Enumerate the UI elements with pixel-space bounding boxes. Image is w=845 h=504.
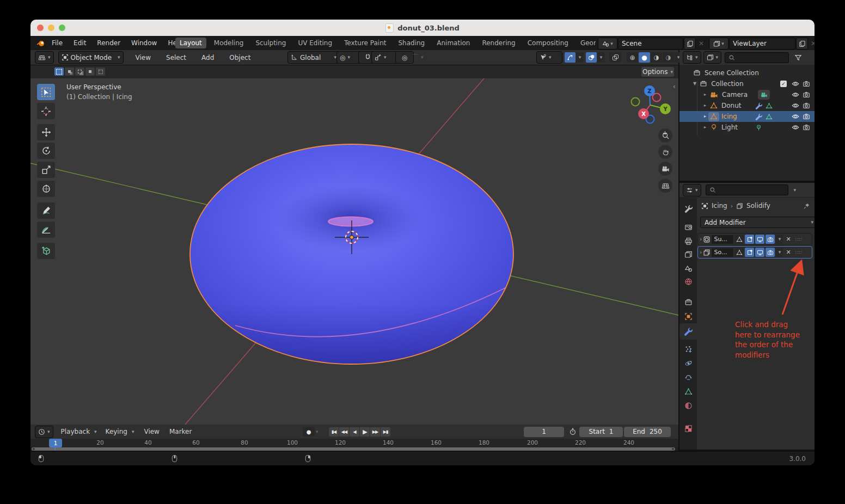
play-reverse-button[interactable]: ◀ — [350, 427, 359, 437]
expand-caret-icon[interactable]: ▸ — [704, 114, 706, 119]
menu-select[interactable]: Select — [164, 53, 188, 63]
expand-caret-icon[interactable]: ▸ — [704, 93, 706, 97]
close-window-button[interactable] — [37, 24, 44, 31]
tool-move[interactable] — [37, 124, 55, 140]
minimize-window-button[interactable] — [48, 24, 54, 31]
tab-collection[interactable] — [679, 295, 697, 309]
modifier-name-field[interactable]: So... — [712, 248, 733, 257]
light-data-icon[interactable] — [755, 124, 762, 131]
show-in-editmode-toggle[interactable] — [745, 235, 754, 244]
outliner-display-mode[interactable]: ▾ — [703, 51, 722, 64]
auto-keying-toggle[interactable]: ● — [303, 427, 315, 437]
tool-select-box[interactable] — [37, 84, 55, 100]
modifier-name-field[interactable]: Su... — [712, 235, 733, 244]
tab-output[interactable] — [679, 234, 697, 248]
tool-transform[interactable] — [37, 181, 55, 197]
viewport-perspective-toggle-button[interactable] — [658, 179, 672, 193]
frame-start-field[interactable]: Start1 — [579, 427, 623, 437]
navigation-gizmo[interactable]: Z Y X — [628, 83, 672, 127]
breadcrumb-object[interactable]: Icing — [712, 202, 727, 210]
editor-type-selector[interactable]: ▾ — [35, 51, 54, 64]
menu-edit[interactable]: Edit — [71, 38, 88, 48]
delete-modifier-button[interactable]: ✕ — [786, 236, 791, 243]
expand-caret-icon[interactable]: ▸ — [704, 125, 706, 130]
tab-particles[interactable] — [679, 342, 697, 356]
gizmos-toggle[interactable] — [565, 52, 575, 63]
expand-caret-icon[interactable]: ▸ — [704, 103, 706, 108]
menu-timeline-view[interactable]: View — [142, 427, 161, 437]
proportional-falloff-dropdown[interactable]: ⌒▾ — [409, 52, 433, 63]
menu-object[interactable]: Object — [227, 53, 253, 63]
tab-layout[interactable]: Layout — [175, 38, 206, 48]
tab-geometry-nodes[interactable]: Geometry Nodes — [576, 38, 596, 48]
menu-window[interactable]: Window — [129, 38, 159, 48]
scene-browse-button[interactable]: ▾ — [598, 38, 617, 50]
menu-file[interactable]: File — [50, 38, 65, 48]
tab-animation[interactable]: Animation — [432, 38, 474, 48]
tab-rendering[interactable]: Rendering — [477, 38, 519, 48]
sidebar-collapse-arrow[interactable]: ‹ — [673, 83, 676, 90]
current-frame-field[interactable]: 1 — [524, 427, 564, 437]
viewport-3d[interactable]: User Perspective (1) Collection | Icing … — [30, 78, 678, 425]
tab-object-data[interactable] — [679, 384, 697, 398]
shading-solid-button[interactable]: ● — [639, 52, 650, 63]
overlays-toggle[interactable] — [586, 52, 597, 63]
timeline-scrollbar[interactable] — [30, 447, 678, 451]
transform-orientation-dropdown[interactable]: Global▾ — [287, 51, 340, 64]
tab-texture-paint[interactable]: Texture Paint — [340, 38, 390, 48]
menu-view[interactable]: View — [133, 53, 153, 63]
hide-eye-icon[interactable] — [792, 124, 799, 131]
tool-annotate[interactable] — [37, 202, 55, 219]
hide-eye-icon[interactable] — [792, 91, 799, 99]
show-render-toggle[interactable] — [766, 235, 775, 244]
expand-modifier-icon[interactable]: › — [700, 249, 702, 255]
render-camera-icon[interactable] — [803, 102, 810, 109]
properties-editor-type[interactable]: ▾ — [683, 184, 701, 196]
tool-rotate[interactable] — [37, 143, 55, 159]
viewport-camera-view-button[interactable] — [658, 162, 672, 176]
tab-tool[interactable] — [679, 201, 697, 216]
outliner-filter-icon[interactable] — [794, 54, 802, 62]
render-camera-icon[interactable] — [803, 91, 810, 99]
menu-keying[interactable]: Keying — [103, 427, 130, 437]
axis-neg-x-ball[interactable] — [653, 94, 661, 102]
xray-toggle[interactable] — [609, 52, 621, 63]
snap-target-dropdown[interactable]: ▾ — [371, 51, 399, 64]
hide-eye-icon[interactable] — [792, 113, 799, 120]
options-dropdown[interactable]: Options▾ — [641, 67, 674, 77]
properties-search-input[interactable] — [706, 185, 788, 195]
new-view-layer-button[interactable] — [796, 38, 808, 50]
use-preview-range-toggle[interactable] — [567, 427, 578, 437]
menu-add[interactable]: Add — [199, 53, 216, 63]
outliner-search-input[interactable] — [725, 52, 789, 63]
add-modifier-dropdown[interactable]: Add Modifier ▾ — [700, 217, 815, 228]
tool-measure[interactable] — [37, 222, 55, 238]
modifier-row-subdivision[interactable]: › Su... ▾ ✕ ∷∷ — [697, 233, 812, 245]
previous-keyframe-button[interactable]: ◀◀ — [339, 427, 349, 437]
camera-data-badge[interactable] — [758, 90, 770, 100]
select-mode-intersect[interactable] — [96, 67, 105, 76]
tab-uv-editing[interactable]: UV Editing — [293, 38, 336, 48]
playhead[interactable]: 1 — [49, 439, 62, 447]
overlays-dropdown[interactable]: ▾ — [597, 52, 605, 63]
tab-shading[interactable]: Shading — [394, 38, 429, 48]
tab-compositing[interactable]: Compositing — [523, 38, 573, 48]
render-camera-icon[interactable] — [803, 113, 810, 120]
viewport-pan-button[interactable] — [658, 145, 672, 159]
gizmos-dropdown[interactable]: ▾ — [576, 52, 584, 63]
collection-checkbox[interactable]: ✓ — [780, 81, 787, 87]
tab-modeling[interactable]: Modeling — [210, 38, 248, 48]
tab-scene[interactable] — [679, 261, 697, 275]
outliner-editor-type[interactable]: ▾ — [683, 51, 701, 64]
tab-material[interactable] — [679, 398, 697, 413]
frame-end-field[interactable]: End250 — [624, 427, 671, 437]
modifier-wrench-icon[interactable] — [755, 102, 762, 109]
shading-wireframe-button[interactable]: ⊕ — [627, 52, 638, 63]
menu-render[interactable]: Render — [95, 38, 123, 48]
mesh-data-icon[interactable] — [766, 102, 773, 109]
tab-texture[interactable] — [679, 421, 697, 435]
timeline-editor-type[interactable]: ▾ — [35, 426, 53, 438]
tab-object[interactable] — [679, 309, 697, 323]
hide-eye-icon[interactable] — [792, 80, 799, 88]
select-mode-extend[interactable] — [65, 67, 74, 76]
